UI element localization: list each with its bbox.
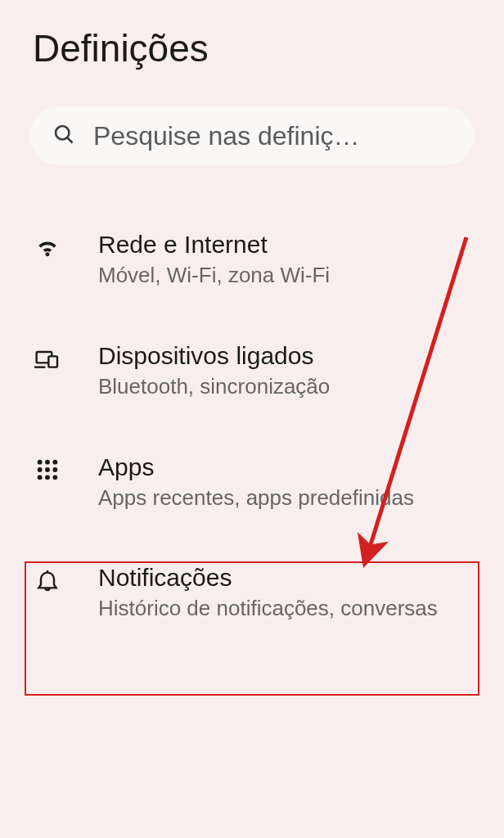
item-subtitle: Bluetooth, sincronização bbox=[98, 373, 475, 401]
search-bar[interactable]: Pesquise nas definiç… bbox=[29, 106, 475, 165]
settings-item-connected-devices[interactable]: Dispositivos ligados Bluetooth, sincroni… bbox=[0, 316, 504, 427]
search-placeholder: Pesquise nas definiç… bbox=[93, 121, 360, 151]
svg-point-9 bbox=[45, 467, 50, 472]
devices-icon bbox=[29, 345, 65, 372]
svg-point-6 bbox=[45, 459, 50, 464]
item-subtitle: Móvel, Wi-Fi, zona Wi-Fi bbox=[98, 262, 475, 290]
item-subtitle: Histórico de notificações, conversas bbox=[98, 595, 475, 623]
svg-line-1 bbox=[67, 137, 72, 142]
svg-rect-3 bbox=[48, 356, 57, 367]
settings-item-apps[interactable]: Apps Apps recentes, apps predefinidas bbox=[0, 427, 504, 538]
svg-point-10 bbox=[52, 467, 57, 472]
svg-point-0 bbox=[56, 126, 69, 139]
svg-point-11 bbox=[38, 475, 43, 480]
bell-icon bbox=[29, 567, 65, 593]
search-icon bbox=[52, 123, 75, 149]
settings-item-network[interactable]: Rede e Internet Móvel, Wi-Fi, zona Wi-Fi bbox=[0, 205, 504, 316]
item-title: Notificações bbox=[98, 564, 475, 592]
wifi-icon bbox=[29, 234, 65, 260]
settings-list: Rede e Internet Móvel, Wi-Fi, zona Wi-Fi… bbox=[0, 205, 504, 649]
svg-point-12 bbox=[45, 475, 50, 480]
settings-item-notifications[interactable]: Notificações Histórico de notificações, … bbox=[0, 538, 504, 649]
svg-point-13 bbox=[52, 475, 57, 480]
item-title: Dispositivos ligados bbox=[98, 342, 475, 370]
page-title: Definições bbox=[0, 0, 504, 93]
svg-point-5 bbox=[38, 459, 43, 464]
item-subtitle: Apps recentes, apps predefinidas bbox=[98, 484, 475, 512]
item-title: Apps bbox=[98, 453, 475, 481]
svg-point-7 bbox=[52, 459, 57, 464]
svg-point-8 bbox=[38, 467, 43, 472]
apps-grid-icon bbox=[29, 457, 65, 483]
item-title: Rede e Internet bbox=[98, 231, 475, 259]
